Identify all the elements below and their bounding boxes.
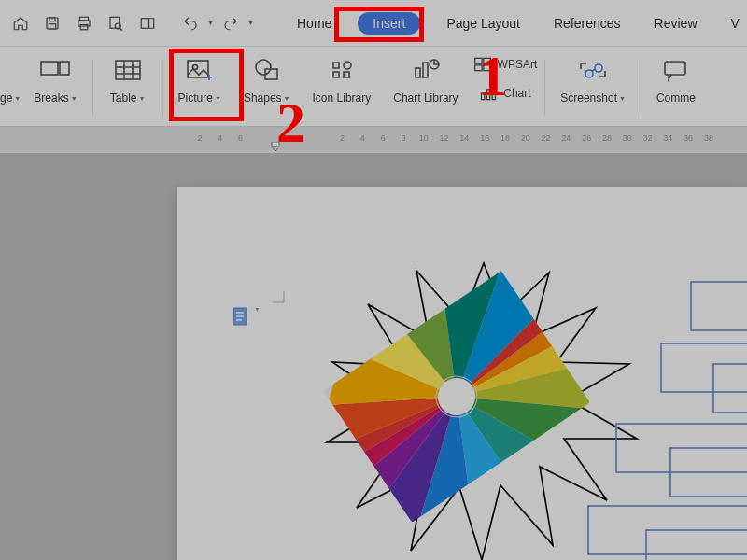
blue-rect-shapes[interactable]: [560, 271, 747, 560]
tab-bar: Home Insert Page Layout References Revie…: [289, 0, 740, 47]
page-area: ▼: [0, 153, 747, 560]
label-table: Table: [110, 91, 137, 105]
annotation-number-1: 1: [478, 43, 507, 109]
label-picture: Picture: [178, 91, 213, 105]
tab-insert[interactable]: Insert: [358, 12, 420, 35]
ribbon-table[interactable]: Table▼: [97, 52, 159, 125]
svg-rect-11: [116, 61, 140, 79]
svg-rect-45: [646, 530, 747, 560]
ribbon-comment-partial[interactable]: Comme: [645, 52, 696, 125]
ribbon-sep: [641, 60, 641, 116]
svg-rect-2: [49, 23, 56, 28]
svg-rect-17: [333, 72, 339, 77]
annotation-number-2: 2: [276, 90, 305, 156]
svg-rect-39: [691, 282, 747, 330]
table-icon: [108, 52, 148, 88]
anchor-dd-icon: ▼: [254, 306, 261, 313]
ribbon-sep: [544, 60, 545, 116]
ribbon-breaks[interactable]: Breaks▼: [22, 52, 88, 125]
screenshot-icon: [573, 52, 613, 88]
svg-rect-10: [60, 62, 69, 75]
label-comme: Comme: [656, 91, 696, 105]
label-chart: Chart: [503, 87, 530, 100]
label-icon-library: Icon Library: [313, 91, 372, 105]
ribbon-sep: [92, 60, 93, 116]
label-screenshot: Screenshot: [560, 91, 617, 105]
document-page[interactable]: ▼: [177, 187, 747, 560]
breaks-icon: [35, 52, 75, 88]
qat-undo-icon[interactable]: [176, 8, 205, 38]
ribbon-insert: ge▼ Breaks▼ Table▼ Picture▼ Shapes▼ Icon…: [0, 47, 747, 127]
margin-corner-icon: [271, 289, 288, 306]
tab-page-layout[interactable]: Page Layout: [439, 12, 528, 35]
qat-save-icon[interactable]: [37, 8, 67, 38]
label-ge: ge: [0, 91, 12, 105]
tab-home[interactable]: Home: [289, 12, 339, 35]
section-doc-icon: [232, 306, 252, 329]
svg-rect-12: [188, 61, 208, 77]
svg-point-30: [595, 64, 602, 72]
svg-rect-31: [665, 62, 685, 75]
ribbon-icon-library[interactable]: Icon Library: [302, 52, 383, 125]
comment-icon: [656, 52, 696, 88]
svg-rect-18: [344, 72, 349, 77]
chart-library-icon: [406, 52, 445, 88]
svg-rect-41: [713, 364, 747, 413]
svg-rect-9: [41, 62, 58, 75]
svg-rect-40: [661, 343, 747, 392]
svg-rect-1: [49, 18, 55, 21]
ribbon-sep: [162, 60, 163, 116]
svg-rect-19: [416, 68, 420, 77]
qat-home-icon[interactable]: [6, 8, 35, 38]
tab-view-partial[interactable]: V: [724, 12, 740, 35]
ribbon-picture[interactable]: Picture▼: [167, 52, 233, 125]
tab-review[interactable]: Review: [647, 12, 705, 35]
shapes-icon: [247, 52, 287, 88]
svg-point-29: [585, 70, 593, 77]
svg-rect-5: [80, 24, 88, 29]
horizontal-ruler[interactable]: 2462468101214161820222426283032343638: [0, 127, 747, 151]
svg-rect-8: [141, 18, 148, 28]
label-chart-library: Chart Library: [393, 91, 458, 105]
ribbon-page-partial[interactable]: ge▼: [0, 52, 22, 125]
picture-icon: [180, 52, 219, 88]
ribbon-screenshot[interactable]: Screenshot▼: [549, 52, 637, 125]
ribbon-chart-library[interactable]: Chart Library: [382, 52, 469, 125]
qat-preview-icon[interactable]: [101, 8, 131, 38]
svg-point-16: [344, 62, 351, 69]
qat-find-icon[interactable]: [133, 8, 162, 38]
qat-print-icon[interactable]: [69, 8, 99, 38]
tab-references[interactable]: References: [546, 12, 628, 35]
icon-library-icon: [322, 52, 361, 88]
label-breaks: Breaks: [34, 91, 68, 105]
svg-point-14: [256, 60, 271, 75]
qat-redo-icon[interactable]: [216, 8, 246, 38]
svg-rect-20: [423, 63, 428, 77]
